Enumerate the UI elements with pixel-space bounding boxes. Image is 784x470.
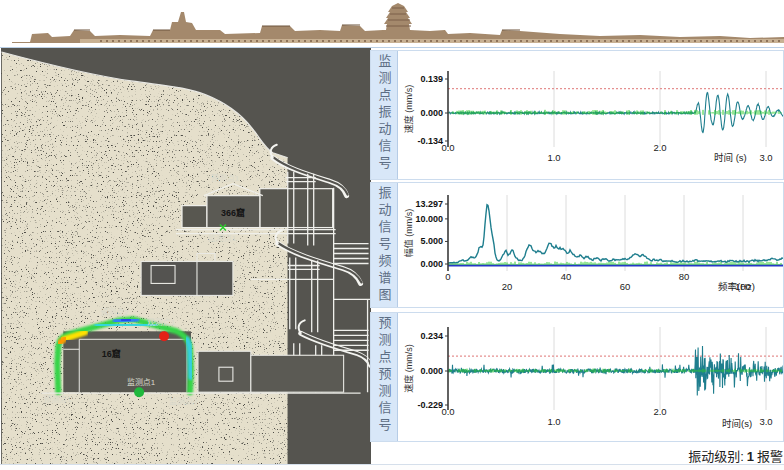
spectrum-row: 振动信号频谱图 13.29710.0005.0000.0000204060801…	[370, 182, 784, 308]
cave-section-panel: 366窟 预测点1 监测点1	[0, 48, 371, 464]
svg-text:13.297: 13.297	[415, 199, 443, 209]
upper-monitoring-point-label: 监测点1	[208, 233, 237, 243]
site-panorama-banner	[0, 0, 784, 48]
svg-text:1.0: 1.0	[547, 152, 560, 163]
lower-monitoring-point2-label: 监测点2	[169, 396, 198, 406]
spectrum-panel-label: 振动信号频谱图	[371, 186, 398, 307]
svg-text:2.0: 2.0	[653, 406, 666, 417]
spectrum-chart: 13.29710.0005.0000.000020406080100频率(Hz)…	[398, 183, 783, 307]
monitor-signal-label-strip: 监测点振动信号	[371, 51, 398, 179]
svg-text:0: 0	[445, 271, 450, 282]
svg-text:速度 (mm/s): 速度 (mm/s)	[403, 85, 414, 134]
svg-text:2.0: 2.0	[653, 142, 666, 153]
svg-text:0.000: 0.000	[420, 366, 443, 376]
vibration-level-suffix: 报警	[757, 449, 783, 464]
prediction-signal-chart: 0.2340.000-0.2290.01.02.03.0时间(s)速度 (mm/…	[398, 313, 783, 441]
vibration-level-label: 振动级别:	[688, 449, 744, 464]
prediction-signal-row: 预测点预测信号 0.2340.000-0.2290.01.02.03.0时间(s…	[370, 312, 784, 442]
vibration-level-value: 1	[744, 449, 757, 464]
svg-text:1.0: 1.0	[547, 416, 560, 427]
svg-text:0.139: 0.139	[420, 74, 443, 84]
svg-text:0.234: 0.234	[420, 331, 443, 341]
vibration-monitoring-app: 366窟 预测点1 监测点1	[0, 0, 784, 470]
monitor-signal-chart: 0.1390.000-0.1340.01.02.03.0时间 (s)速度 (mm…	[398, 51, 783, 179]
svg-text:40: 40	[561, 271, 572, 282]
svg-text:0.000: 0.000	[420, 108, 443, 118]
monitor-signal-row: 监测点振动信号 0.1390.000-0.1340.01.02.03.0时间 (…	[370, 50, 784, 180]
svg-text:幅值 (mm/s): 幅值 (mm/s)	[403, 209, 414, 258]
spectrum-label-strip: 振动信号频谱图	[371, 183, 398, 307]
svg-text:80: 80	[679, 271, 690, 282]
svg-text:60: 60	[620, 281, 631, 292]
observation-point1-marker	[159, 331, 169, 341]
svg-text:0.000: 0.000	[420, 259, 443, 269]
cave-section-drawing: 366窟 预测点1 监测点1	[1, 48, 371, 464]
observation-point1-label: 观测点1	[147, 318, 176, 327]
svg-text:时间 (s): 时间 (s)	[714, 152, 747, 163]
prediction-signal-panel-label: 预测点预测信号	[371, 316, 398, 441]
monitoring-point1-marker	[134, 387, 144, 397]
svg-text:时间(s): 时间(s)	[722, 418, 752, 429]
cave16-label: 16窟	[102, 348, 121, 359]
svg-text:5.000: 5.000	[420, 236, 443, 246]
svg-text:3.0: 3.0	[759, 416, 772, 427]
bottom-strip	[0, 464, 784, 470]
svg-text:速度 (mm/s): 速度 (mm/s)	[403, 344, 414, 393]
svg-text:20: 20	[502, 281, 513, 292]
svg-text:10.000: 10.000	[415, 214, 443, 224]
panorama-skyline-image	[0, 0, 784, 47]
svg-text:3.0: 3.0	[759, 152, 772, 163]
prediction-point2-label: 预测点2	[100, 307, 129, 317]
svg-text:频率(Hz): 频率(Hz)	[718, 281, 755, 292]
svg-text:0.0: 0.0	[441, 142, 454, 153]
svg-text:-0.229: -0.229	[417, 400, 443, 410]
monitor-signal-panel-label: 监测点振动信号	[371, 54, 398, 179]
svg-text:0.0: 0.0	[441, 406, 454, 417]
monitoring-point1-label: 监测点1	[127, 377, 156, 387]
prediction-signal-label-strip: 预测点预测信号	[371, 313, 398, 441]
svg-text:-0.134: -0.134	[417, 136, 443, 146]
cave366-label: 366窟	[221, 207, 245, 218]
vibration-level-status: 振动级别:1报警	[371, 446, 783, 465]
lower-prediction-point1-label: 预测点1	[43, 394, 72, 404]
upper-prediction-point-label: 预测点1	[211, 173, 240, 183]
